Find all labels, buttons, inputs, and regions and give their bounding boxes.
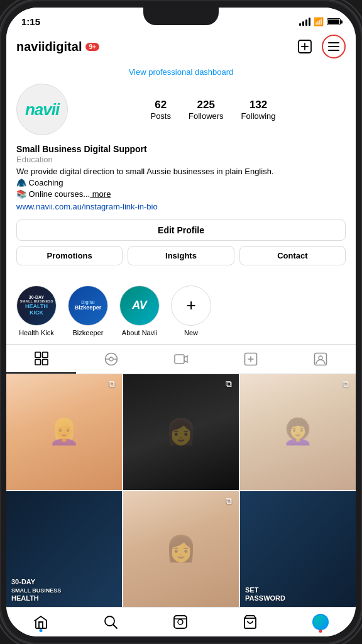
followers-label: Followers [189,111,224,121]
battery-icon [327,18,341,25]
cell-overlay-5: ⧉ [222,495,235,508]
grid-cell-4[interactable]: 30-DAYSMALL BUSINESSHEALTH [6,491,122,607]
grid-cell-1[interactable]: 👱‍♀️ ⧉ [6,374,122,490]
svg-rect-11 [175,355,184,364]
highlight-label-health: Health Kick [19,329,54,336]
bio-description: We provide digital direction to small Au… [16,166,346,201]
profile-active-dot [319,630,322,633]
svg-point-18 [178,619,183,625]
nav-home[interactable] [33,614,48,630]
highlight-health-kick[interactable]: 30-DAY SMALL BUSINESS HEALTH KICK Health… [16,286,57,336]
add-highlight-button[interactable]: + [171,286,211,326]
following-label: Following [241,111,276,121]
phone-inner: 1:15 📶 naviidigital 9 [6,8,356,636]
action-buttons: Edit Profile Promotions Insights Contact [16,219,346,265]
highlight-circle-navii: AV [119,286,160,326]
grid-card-text-2: SETPASSWORD [245,586,285,602]
svg-point-14 [319,356,322,360]
highlight-circle-health: 30-DAY SMALL BUSINESS HEALTH KICK [16,286,57,326]
bio-more-link[interactable]: more [90,189,111,199]
notification-badge: 9+ [85,43,99,51]
profile-pic-icon [314,352,327,366]
reels-icon [104,352,118,366]
svg-point-8 [109,357,113,361]
multi-post-icon-2: ⧉ [226,379,232,389]
following-stat[interactable]: 132 Following [241,99,276,121]
grid-cell-3[interactable]: 👩‍🦱 ⧉ [240,374,356,490]
promotions-button[interactable]: Promotions [16,246,123,265]
nav-search[interactable] [103,614,118,630]
tab-grid[interactable] [6,345,76,374]
grid-cell-6[interactable]: SETPASSWORD [240,491,356,607]
tab-igtv[interactable] [146,345,216,374]
profile-nav-avatar [312,614,329,630]
home-icon [33,614,48,630]
menu-button[interactable] [322,35,346,58]
highlight-label-navii: About Navii [122,329,157,336]
followers-count: 225 [197,99,215,111]
dashboard-link-row: View professional dashboard [6,64,356,84]
svg-rect-5 [35,359,41,365]
following-count: 132 [250,99,267,111]
followers-stat[interactable]: 225 Followers [189,99,224,121]
avatar-logo: navii [25,100,59,119]
reels-nav-icon [173,614,188,630]
highlights-section: 30-DAY SMALL BUSINESS HEALTH KICK Health… [6,280,356,344]
app-content: naviidigital 9+ [6,30,356,636]
tab-profile-pic[interactable] [286,345,356,374]
multi-post-icon-5: ⧉ [226,496,232,506]
header: naviidigital 9+ [6,30,356,64]
username-row: naviidigital 9+ [16,40,99,54]
status-bar: 1:15 📶 [6,8,356,30]
profile-section: navii 62 Posts 225 Followers 132 [6,84,356,280]
bottom-nav [6,607,356,634]
nav-profile[interactable] [312,614,329,630]
svg-rect-6 [42,359,48,365]
svg-line-16 [114,625,118,628]
grid-cell-5[interactable]: 👩 ⧉ [123,491,239,607]
professional-dashboard-link[interactable]: View professional dashboard [129,67,234,77]
posts-grid: 👱‍♀️ ⧉ 👩 ⧉ 👩‍🦱 [6,374,356,607]
svg-point-15 [105,616,114,626]
highlight-circle-bizkeeper: Digital Bizkeeper [68,286,108,326]
bio-name: Small Business Digital Support [16,144,346,154]
multi-post-icon-3: ⧉ [343,379,349,389]
profile-top: navii 62 Posts 225 Followers 132 [16,84,346,135]
stats-row: 62 Posts 225 Followers 132 Following [80,99,346,121]
nav-shop[interactable] [243,614,258,630]
tab-tagged[interactable] [216,345,286,374]
posts-stat[interactable]: 62 Posts [150,99,171,121]
grid-cell-2[interactable]: 👩 ⧉ [123,374,239,490]
igtv-icon [174,352,188,366]
bio-website-link[interactable]: www.navii.com.au/instagram-link-in-bio [16,202,158,211]
contact-button[interactable]: Contact [239,246,346,265]
highlight-about-navii[interactable]: AV About Navii [119,286,160,336]
grid-card-text-1: 30-DAYSMALL BUSINESSHEALTH [11,578,61,603]
home-active-dot [40,629,43,632]
svg-rect-17 [174,616,187,628]
svg-rect-3 [35,352,41,358]
secondary-buttons-row: Promotions Insights Contact [16,246,346,265]
nav-reels[interactable] [173,614,188,630]
add-content-button[interactable] [297,38,313,55]
insights-button[interactable]: Insights [128,246,234,265]
tab-reels[interactable] [76,345,146,374]
highlight-label-bizkeeper: Bizkeeper [73,329,104,336]
search-icon [103,614,118,630]
grid-icon [35,352,48,365]
status-icons: 📶 [299,17,341,26]
tabs-row [6,344,356,374]
edit-profile-button[interactable]: Edit Profile [16,219,346,241]
header-actions [297,35,346,58]
posts-count: 62 [155,99,167,111]
cell-overlay-2: ⧉ [222,378,235,391]
username: naviidigital [16,40,82,54]
bio-section: Small Business Digital Support Education… [16,144,346,212]
tagged-icon [244,352,258,366]
highlight-bizkeeper[interactable]: Digital Bizkeeper Bizkeeper [68,286,108,336]
notch [143,8,219,25]
cell-overlay-1: ⧉ [106,378,118,391]
wifi-icon: 📶 [314,17,324,26]
signal-bars-icon [299,18,310,26]
highlight-new[interactable]: + New [171,286,211,336]
